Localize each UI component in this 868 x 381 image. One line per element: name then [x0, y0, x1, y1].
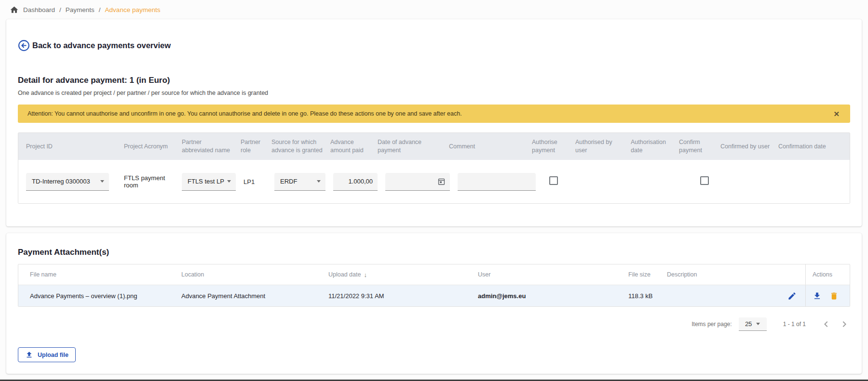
- col-advance-amount: Advance amount paid: [326, 134, 374, 158]
- caret-down-icon: [227, 180, 231, 183]
- file-name-value: Advance Payments – overview (1).png: [18, 285, 177, 306]
- col-confirmed-by: Confirmed by user: [717, 139, 774, 155]
- detail-subtitle: One advance is created per project / per…: [18, 90, 850, 96]
- home-icon[interactable]: [10, 5, 19, 14]
- col-comment: Comment: [445, 139, 528, 155]
- confirmed-by-user-value: [728, 178, 786, 185]
- source-select[interactable]: ERDF: [274, 173, 326, 191]
- source-value: ERDF: [280, 178, 297, 185]
- confirm-payment-checkbox[interactable]: [700, 176, 709, 185]
- warning-text: Attention: You cannot unauthorise and un…: [27, 110, 462, 117]
- date-of-advance-input[interactable]: [385, 173, 450, 191]
- col-description: Description: [663, 264, 805, 285]
- payment-attachments-card: Payment Attachment(s) File name Location…: [6, 233, 862, 374]
- items-per-page-select[interactable]: 25: [739, 317, 767, 331]
- partner-role-value: LP1: [240, 174, 271, 189]
- items-per-page-label: Items per page:: [692, 321, 732, 328]
- breadcrumb-dashboard[interactable]: Dashboard: [23, 6, 55, 13]
- partner-abbr-name-value: FTLS test LP: [188, 178, 224, 185]
- attachments-title: Payment Attachment(s): [18, 248, 850, 257]
- col-date-of-advance: Date of advance payment: [374, 134, 445, 158]
- calendar-icon[interactable]: [437, 177, 446, 186]
- user-value: admin@jems.eu: [474, 285, 624, 306]
- warning-banner: Attention: You cannot unauthorise and un…: [18, 105, 850, 123]
- close-icon[interactable]: ✕: [831, 108, 841, 119]
- arrow-circle-left-icon: [18, 39, 30, 52]
- col-file-name: File name: [18, 264, 177, 285]
- location-value: Advance Payment Attachment: [177, 285, 325, 306]
- previous-page-icon[interactable]: [820, 318, 832, 330]
- breadcrumb: Dashboard / Payments / Advance payments: [0, 0, 868, 19]
- col-file-size: File size: [624, 264, 663, 285]
- project-id-value: TD-Interreg 0300003: [32, 178, 90, 185]
- upload-button-label: Upload file: [38, 352, 68, 358]
- col-confirm-payment: Confirm payment: [675, 134, 717, 158]
- caret-down-icon: [317, 180, 321, 183]
- project-id-select[interactable]: TD-Interreg 0300003: [26, 173, 109, 191]
- file-size-value: 118.3 kB: [624, 285, 663, 306]
- col-confirmation-date: Confirmation date: [774, 139, 850, 155]
- confirmation-date-value: [786, 178, 850, 185]
- attachment-row: Advance Payments – overview (1).png Adva…: [18, 285, 850, 306]
- upload-date-value: 11/21/2022 9:31 AM: [325, 285, 474, 306]
- payment-table-row: TD-Interreg 0300003 FTLS payment room FT…: [18, 160, 850, 203]
- authorise-payment-checkbox[interactable]: [549, 176, 558, 185]
- col-partner-role: Partner role: [237, 134, 268, 158]
- advance-amount-input[interactable]: 1.000,00: [333, 173, 378, 191]
- partner-abbr-name-select[interactable]: FTLS test LP: [182, 173, 236, 191]
- upload-date-label: Upload date: [328, 271, 361, 278]
- comment-input[interactable]: [458, 173, 536, 191]
- next-page-icon[interactable]: [839, 318, 850, 330]
- col-authorise-payment: Authorise payment: [528, 134, 571, 158]
- sort-descending-icon: ↓: [364, 271, 367, 278]
- advance-payment-table: Project ID Project Acronym Partner abbre…: [18, 132, 850, 204]
- delete-icon[interactable]: [829, 291, 839, 301]
- caret-down-icon: [100, 180, 104, 183]
- pagination: Items per page: 25 1 - 1 of 1: [18, 317, 850, 331]
- project-acronym-value: FTLS payment room: [120, 171, 178, 193]
- authorisation-date-value: [638, 178, 687, 185]
- col-upload-date[interactable]: Upload date ↓: [325, 264, 474, 285]
- caret-down-icon: [756, 323, 760, 325]
- back-link-label: Back to advance payments overview: [32, 41, 171, 50]
- attachments-table: File name Location Upload date ↓ User Fi…: [18, 264, 850, 307]
- upload-icon: [25, 351, 33, 359]
- col-authorised-by: Authorised by user: [571, 134, 627, 158]
- col-authorisation-date: Authorisation date: [627, 134, 675, 158]
- col-project-id: Project ID: [18, 139, 120, 155]
- edit-description-icon[interactable]: [787, 291, 797, 301]
- advance-payment-detail-card: Back to advance payments overview Detail…: [6, 19, 862, 226]
- col-user: User: [474, 264, 624, 285]
- payment-table-header-row: Project ID Project Acronym Partner abbre…: [18, 133, 850, 160]
- col-project-acronym: Project Acronym: [120, 139, 178, 155]
- breadcrumb-payments[interactable]: Payments: [66, 6, 95, 13]
- advance-amount-value: 1.000,00: [348, 178, 373, 185]
- col-actions: Actions: [805, 264, 850, 285]
- pagination-range: 1 - 1 of 1: [783, 321, 806, 328]
- attachments-header-row: File name Location Upload date ↓ User Fi…: [18, 264, 850, 285]
- col-source: Source for which advance is granted: [268, 134, 326, 158]
- items-per-page-value: 25: [745, 320, 752, 328]
- breadcrumb-advance-payments: Advance payments: [105, 6, 161, 13]
- breadcrumb-separator: /: [59, 6, 61, 13]
- col-location: Location: [177, 264, 325, 285]
- detail-title: Detail for advance payment: 1 (in Euro): [18, 76, 850, 85]
- back-to-overview-link[interactable]: Back to advance payments overview: [18, 19, 171, 52]
- download-icon[interactable]: [813, 291, 822, 301]
- breadcrumb-separator: /: [99, 6, 101, 13]
- authorised-by-user-value: [583, 178, 638, 185]
- upload-file-button[interactable]: Upload file: [18, 347, 76, 362]
- col-partner-abbr-name: Partner abbreviated name: [178, 134, 237, 158]
